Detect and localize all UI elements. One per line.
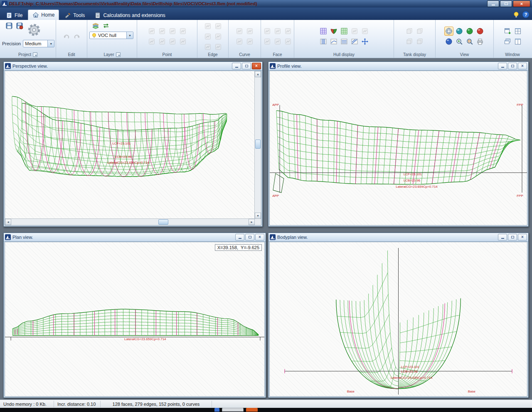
plan-viewport[interactable]: LateralCG=23.659Cp=0.714 X=39.158, Y=-9.… [5,242,265,397]
bodyplan-minimize-button[interactable] [498,234,507,240]
zoom-in-icon[interactable] [455,37,464,46]
cascade-windows-icon[interactable] [503,37,512,46]
extrude-edge-icon[interactable] [203,22,212,31]
curvature-plot-icon[interactable] [235,37,244,46]
perspective-viewport[interactable]: LCF=23.101LCB=23.96LateralCG=23.659Cp=0.… [5,71,261,226]
add-point-icon[interactable] [147,27,156,36]
remove-curve-icon[interactable] [245,37,254,46]
bodyplan-maximize-button[interactable] [508,234,517,240]
horizontal-scrollbar-track[interactable] [11,219,249,225]
new-face-icon[interactable] [263,27,272,36]
project-dialog-launcher-icon[interactable] [33,52,37,57]
hint-lightbulb-icon[interactable] [512,11,520,18]
add-curve-icon[interactable] [235,27,244,36]
zebra-shading-icon[interactable] [475,27,485,36]
shade-icon[interactable] [455,27,464,36]
zoom-extents-icon[interactable] [465,37,474,46]
control-net-icon[interactable] [319,27,328,36]
lock-points-icon[interactable] [168,37,177,46]
tanks-icon[interactable] [405,27,414,36]
split-edge-icon[interactable] [214,22,223,31]
perspective-view-titlebar[interactable]: Perspective view. × [4,62,262,71]
invert-face-icon[interactable] [273,27,282,36]
tank-sections-icon[interactable] [415,27,424,36]
profile-minimize-button[interactable] [498,63,507,69]
collapse-point-icon[interactable] [158,27,167,36]
auto-group-layers-icon[interactable] [101,21,111,30]
bodyplan-view-titlebar[interactable]: Bodyplan view. × [268,233,528,242]
vertical-scrollbar-thumb[interactable] [255,140,261,149]
tank-shade-icon[interactable] [415,37,424,46]
bodyplan-close-button[interactable]: × [518,234,527,240]
developability-icon[interactable] [465,27,474,36]
interior-edges-icon[interactable] [340,27,349,36]
intersect-point-icon[interactable] [158,37,167,46]
profile-close-button[interactable]: × [518,63,527,69]
insert-edge-plane-icon[interactable] [203,42,212,52]
undo-icon[interactable] [62,32,71,41]
maximize-button[interactable] [500,0,512,7]
split-window-icon[interactable] [513,37,522,46]
collapse-edge-icon[interactable] [203,32,212,41]
tank-outline-icon[interactable] [405,37,414,46]
rotate-face-icon[interactable] [273,37,282,46]
profile-view-titlebar[interactable]: Profile view. × [268,62,528,71]
bodyplan-canvas[interactable] [270,242,527,396]
bodyplan-viewport[interactable]: LCF=23.101LCB=23.96LateralCG=23.659Cp=0.… [269,242,527,397]
scroll-up-button[interactable]: ▴ [255,71,261,77]
remove-point-icon[interactable] [178,37,187,46]
tab-tools[interactable]: Tools [60,10,89,20]
layer-dropdown-arrow-icon[interactable]: ▾ [126,32,133,39]
plan-canvas[interactable] [5,242,264,396]
new-window-icon[interactable] [503,27,512,36]
profile-maximize-button[interactable] [508,63,517,69]
perspective-canvas[interactable] [5,71,255,220]
diagonals-icon[interactable] [350,37,359,46]
taskbar-item[interactable] [214,408,219,412]
remove-face-icon[interactable] [283,37,293,46]
fair-curve-icon[interactable] [245,27,254,36]
scroll-right-button[interactable]: ▸ [249,219,255,225]
perspective-close-button[interactable]: × [252,63,261,69]
scroll-down-button[interactable]: ▾ [255,213,261,219]
plan-minimize-button[interactable] [235,234,244,240]
close-button[interactable]: × [513,0,530,7]
preferences-gear-icon[interactable] [25,21,43,39]
remove-edge-icon[interactable] [214,42,223,52]
perspective-maximize-button[interactable] [242,63,251,69]
buttocks-icon[interactable] [329,37,338,46]
surface-normals-icon[interactable] [360,27,369,36]
environment-map-icon[interactable] [444,37,453,46]
scroll-left-button[interactable]: ◂ [5,219,11,225]
profile-viewport[interactable]: APPFPPLCF=23.101LCB=23.96LateralCG=23.65… [269,71,527,226]
align-points-icon[interactable] [147,37,156,46]
waterlines-icon[interactable] [340,37,349,46]
plan-maximize-button[interactable] [245,234,254,240]
vertical-scrollbar-track[interactable] [255,77,261,213]
horizontal-scrollbar[interactable]: ◂ ▸ [5,218,255,225]
crease-edge-icon[interactable] [214,32,223,41]
project-point-icon[interactable] [178,27,187,36]
save-as-icon[interactable] [15,21,24,30]
print-icon[interactable] [475,37,485,46]
layers-icon[interactable] [91,21,100,30]
minimize-button[interactable] [487,0,499,7]
insert-point-icon[interactable] [168,27,177,36]
tab-home[interactable]: Home [28,10,59,20]
stations-icon[interactable] [319,37,328,46]
save-icon[interactable] [5,21,14,30]
precision-dropdown[interactable]: Medium ▾ [23,40,54,47]
mirror-face-icon[interactable] [283,27,293,36]
taskbar-item[interactable] [246,408,258,412]
horizontal-scrollbar-thumb[interactable] [158,219,168,225]
plan-view-titlebar[interactable]: Plan view. × [4,233,266,242]
layer-dialog-launcher-icon[interactable] [116,52,121,57]
redo-icon[interactable] [72,32,81,41]
vertical-scrollbar[interactable]: ▴ ▾ [254,71,261,219]
precision-dropdown-arrow-icon[interactable]: ▾ [47,40,54,47]
perspective-minimize-button[interactable] [232,63,241,69]
tab-file[interactable]: File [2,10,27,20]
layer-dropdown[interactable]: VOC hull ▾ [89,32,133,39]
taskbar-item[interactable] [222,408,244,412]
control-curves-icon[interactable] [350,27,359,36]
